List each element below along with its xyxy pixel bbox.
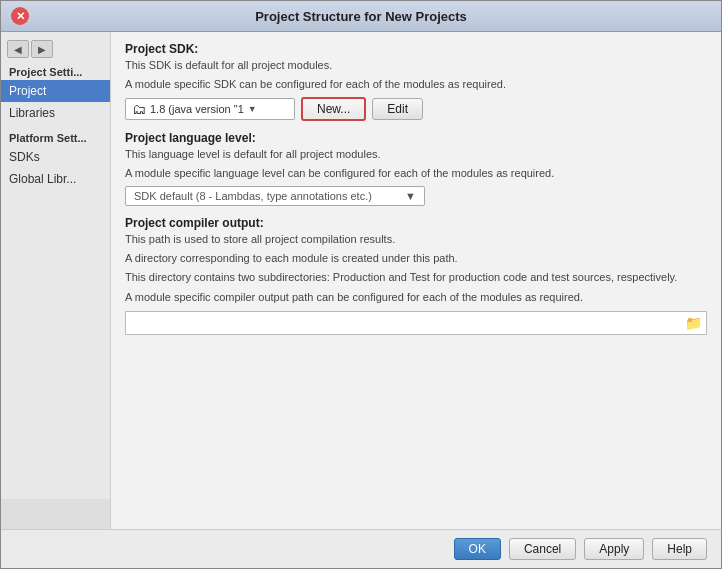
cancel-button[interactable]: Cancel: [509, 538, 576, 560]
browse-folder-button[interactable]: 📁: [685, 315, 702, 331]
language-dropdown-value: SDK default (8 - Lambdas, type annotatio…: [134, 190, 372, 202]
compiler-section: Project compiler output: This path is us…: [125, 216, 707, 336]
language-desc1: This language level is default for all p…: [125, 147, 707, 162]
sdk-title: Project SDK:: [125, 42, 707, 56]
sidebar-item-libraries[interactable]: Libraries: [1, 102, 110, 124]
help-button[interactable]: Help: [652, 538, 707, 560]
language-dropdown-row: SDK default (8 - Lambdas, type annotatio…: [125, 186, 707, 206]
sdk-controls-row: 🗂 1.8 (java version "1 ▼ New... Edit: [125, 97, 707, 121]
new-sdk-button[interactable]: New...: [301, 97, 366, 121]
content-area: ◀ ▶ Project Setti... Project Libraries P…: [1, 32, 721, 529]
apply-button[interactable]: Apply: [584, 538, 644, 560]
compiler-desc4: A module specific compiler output path c…: [125, 290, 707, 305]
compiler-desc3: This directory contains two subdirectori…: [125, 270, 707, 285]
sidebar: ◀ ▶ Project Setti... Project Libraries P…: [1, 32, 111, 529]
language-level-dropdown[interactable]: SDK default (8 - Lambdas, type annotatio…: [125, 186, 425, 206]
sdk-desc2: A module specific SDK can be configured …: [125, 77, 707, 92]
footer-bar: OK Cancel Apply Help: [1, 529, 721, 568]
compiler-title: Project compiler output:: [125, 216, 707, 230]
dialog-title: Project Structure for New Projects: [29, 9, 693, 24]
sdk-section: Project SDK: This SDK is default for all…: [125, 42, 707, 121]
main-panel: Project SDK: This SDK is default for all…: [111, 32, 721, 529]
ok-button[interactable]: OK: [454, 538, 501, 560]
project-settings-label: Project Setti...: [1, 62, 110, 80]
dialog: ✕ Project Structure for New Projects ◀ ▶…: [0, 0, 722, 569]
close-button[interactable]: ✕: [11, 7, 29, 25]
sidebar-item-project[interactable]: Project: [1, 80, 110, 102]
language-desc2: A module specific language level can be …: [125, 166, 707, 181]
folder-icon: 🗂: [132, 101, 146, 117]
chevron-down-icon: ▼: [405, 190, 416, 202]
chevron-down-icon: ▼: [248, 104, 257, 114]
compiler-desc2: A directory corresponding to each module…: [125, 251, 707, 266]
language-section: Project language level: This language le…: [125, 131, 707, 206]
nav-buttons: ◀ ▶: [1, 36, 110, 62]
sdk-desc1: This SDK is default for all project modu…: [125, 58, 707, 73]
language-title: Project language level:: [125, 131, 707, 145]
back-button[interactable]: ◀: [7, 40, 29, 58]
title-bar: ✕ Project Structure for New Projects: [1, 1, 721, 32]
edit-sdk-button[interactable]: Edit: [372, 98, 423, 120]
compiler-output-box: 📁: [125, 311, 707, 335]
forward-button[interactable]: ▶: [31, 40, 53, 58]
sdk-dropdown[interactable]: 🗂 1.8 (java version "1 ▼: [125, 98, 295, 120]
sdk-dropdown-value: 1.8 (java version "1: [150, 103, 244, 115]
sidebar-item-sdks[interactable]: SDKs: [1, 146, 110, 168]
platform-settings-label: Platform Sett...: [1, 124, 110, 146]
compiler-desc1: This path is used to store all project c…: [125, 232, 707, 247]
sidebar-item-global-libraries[interactable]: Global Libr...: [1, 168, 110, 190]
